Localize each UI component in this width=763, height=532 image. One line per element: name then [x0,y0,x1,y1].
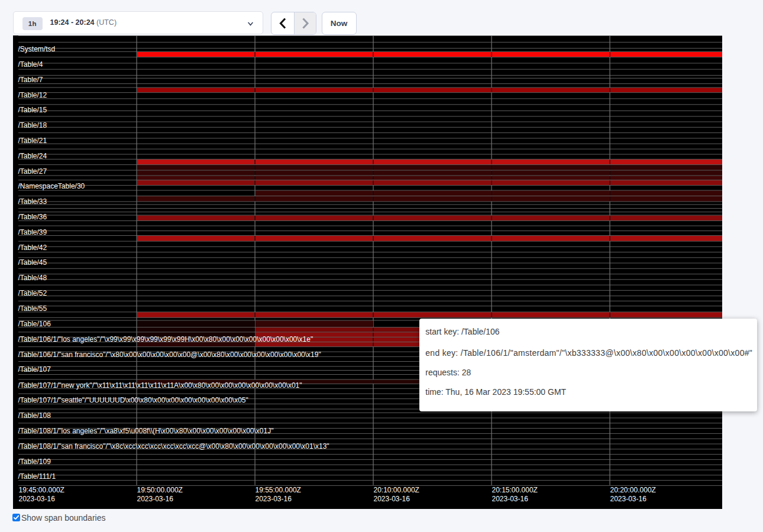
svg-text:/Table/15: /Table/15 [18,106,47,114]
svg-text:/Table/7: /Table/7 [18,76,43,84]
svg-text:/Table/18: /Table/18 [18,121,47,129]
svg-text:/System/tsd: /System/tsd [18,45,56,53]
svg-text:19:50:00.000Z: 19:50:00.000Z [137,486,183,494]
svg-text:/Table/55: /Table/55 [18,304,47,313]
svg-text:/Table/24: /Table/24 [18,152,47,160]
svg-text:/Table/107/1/"new york"/"\x11\: /Table/107/1/"new york"/"\x11\x11\x11\x1… [18,381,302,390]
svg-text:20:10:00.000Z: 20:10:00.000Z [374,486,419,494]
svg-text:/Table/108/1/"los angeles"/"\x: /Table/108/1/"los angeles"/"\xa8\xf5\u00… [18,427,274,435]
svg-text:/Table/27: /Table/27 [18,167,47,176]
svg-text:/Table/52: /Table/52 [18,289,47,297]
svg-text:20:15:00.000Z: 20:15:00.000Z [492,486,538,494]
svg-text:/Table/111/1: /Table/111/1 [18,472,56,481]
svg-text:/Table/106/1/"san francisco"/": /Table/106/1/"san francisco"/"\x80\x00\x… [18,351,321,359]
svg-text:/Table/106: /Table/106 [18,320,51,328]
svg-text:/Table/109: /Table/109 [18,458,51,466]
svg-text:/Table/45: /Table/45 [18,258,47,267]
svg-text:/Table/4: /Table/4 [18,60,43,69]
svg-text:/Table/108: /Table/108 [18,411,51,420]
svg-text:/Table/39: /Table/39 [18,228,47,236]
svg-text:/Table/36: /Table/36 [18,213,47,221]
svg-text:/Table/12: /Table/12 [18,91,47,99]
svg-text:/Table/48: /Table/48 [18,274,47,282]
svg-text:2023-03-16: 2023-03-16 [374,495,410,503]
svg-text:/NamespaceTable/30: /NamespaceTable/30 [18,182,85,190]
svg-text:2023-03-16: 2023-03-16 [610,495,647,503]
svg-text:20:20:00.000Z: 20:20:00.000Z [610,486,656,494]
svg-text:2023-03-16: 2023-03-16 [137,495,174,503]
svg-text:2023-03-16: 2023-03-16 [19,495,56,503]
svg-text:/Table/21: /Table/21 [18,137,47,145]
svg-text:/Table/108/1/"san francisco"/": /Table/108/1/"san francisco"/"\x8c\xcc\x… [18,442,329,450]
svg-text:/Table/33: /Table/33 [18,197,47,206]
svg-text:19:55:00.000Z: 19:55:00.000Z [256,486,301,494]
svg-text:/Table/42: /Table/42 [18,244,47,252]
svg-text:2023-03-16: 2023-03-16 [256,495,292,503]
svg-text:19:45:00.000Z: 19:45:00.000Z [19,486,64,494]
svg-text:/Table/107: /Table/107 [18,365,51,374]
svg-text:/Table/106/1/"los angeles"/"\x: /Table/106/1/"los angeles"/"\x99\x99\x99… [18,335,313,343]
svg-text:2023-03-16: 2023-03-16 [492,495,529,503]
svg-text:/Table/107/1/"seattle"/"UUUUUU: /Table/107/1/"seattle"/"UUUUUUD\x00\x80\… [18,396,248,404]
